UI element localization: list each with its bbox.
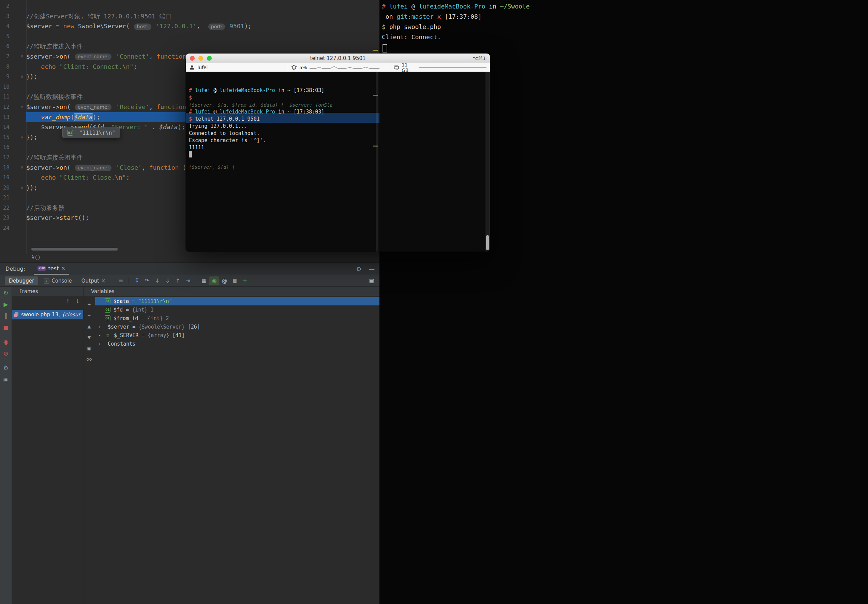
step-into-icon[interactable]: ↓	[152, 276, 162, 285]
code-line[interactable]: 2	[0, 1, 380, 11]
watches-list-icon[interactable]: ≣	[229, 276, 240, 285]
cpu-sparkline	[310, 65, 380, 70]
fold-marker-icon[interactable]: ∧	[9, 132, 26, 142]
mute-breakpoints-icon[interactable]: ⊘	[0, 348, 12, 359]
fold-marker-icon[interactable]: ∧	[9, 71, 26, 82]
move-watch-down-icon[interactable]: ▼	[84, 333, 95, 341]
hide-panel-icon[interactable]: —	[369, 266, 375, 273]
variables-panel: Variables +−▲▼▣oo 01$data = "11111\r\n"0…	[84, 287, 380, 604]
debugger-settings-icon[interactable]: ⚙	[0, 363, 12, 373]
gutter-space	[9, 152, 26, 163]
fold-marker-icon[interactable]: ∨	[9, 102, 26, 112]
view-as-table-icon[interactable]: ▦	[199, 276, 209, 285]
tab-output[interactable]: Output ×	[78, 276, 110, 285]
code-line[interactable]: 3//创建Server对象, 监听 127.0.0.1:9501 端口	[0, 11, 380, 22]
status-cpu-label: 5%	[299, 65, 307, 70]
expand-chevron-icon[interactable]: ▸	[99, 342, 105, 346]
memory-sparkline	[418, 65, 487, 70]
settings-gear-icon[interactable]: ⚙	[356, 266, 361, 273]
telnet-titlebar[interactable]: telnet 127.0.0.1 9501 ⌥⌘1	[186, 54, 490, 63]
terminal-line: on git:master x [17:37:08]	[382, 12, 868, 22]
gutter-space	[9, 21, 26, 31]
move-watch-up-icon[interactable]: ▲	[84, 322, 95, 330]
telnet-terminal-window[interactable]: telnet 127.0.0.1 9501 ⌥⌘1 lufei 5% 11 GB	[186, 54, 490, 252]
step-over-icon[interactable]: ↷	[142, 276, 152, 285]
pause-program-icon[interactable]: ‖	[0, 311, 12, 321]
variable-row[interactable]: 01$data = "11111\r\n"	[95, 297, 380, 305]
window-title: telnet 127.0.0.1 9501	[186, 54, 490, 63]
line-number: 8	[0, 62, 9, 72]
force-step-into-icon[interactable]: ⇓	[162, 276, 172, 285]
stop-icon[interactable]: ■	[0, 322, 12, 333]
variable-name: $data	[113, 298, 129, 304]
next-frame-icon[interactable]: ↓	[75, 298, 80, 304]
editor-bleedthrough-line: ($server, $fd) {	[189, 164, 235, 170]
session-tab-label: test	[48, 265, 59, 272]
code-line[interactable]: 5	[0, 31, 380, 42]
user-icon	[189, 65, 195, 70]
variable-value: "11111\r\n"	[138, 298, 172, 304]
variable-row[interactable]: 01$fd = {int} 1	[95, 305, 380, 314]
variable-value: 1	[150, 307, 153, 313]
variable-type: {int}	[132, 307, 150, 313]
tab-debugger[interactable]: Debugger	[5, 276, 38, 285]
add-watch-icon[interactable]: +	[240, 276, 250, 285]
line-number: 6	[0, 41, 9, 51]
line-number: 20	[0, 183, 9, 193]
debug-step-toolbar: ≡↧↷↓⇓↑⇥▦◉@≣+	[116, 276, 250, 285]
variable-row[interactable]: ▸Constants	[95, 339, 380, 348]
remove-watch-icon[interactable]: −	[84, 311, 95, 319]
step-out-icon[interactable]: ↑	[172, 276, 183, 285]
pin-tab-icon[interactable]: ▣	[0, 374, 12, 384]
terminal-content[interactable]: # lufei @ lufeideMacBook-Pro in ~ [17:38…	[186, 72, 490, 252]
close-session-icon[interactable]: ×	[61, 265, 65, 271]
gutter-space	[9, 122, 26, 132]
duplicate-watch-icon[interactable]: ▣	[84, 344, 95, 352]
debug-session-tab[interactable]: PHP test ×	[34, 263, 69, 275]
stack-frame-row[interactable]: swoole.php:13, {closur	[12, 310, 83, 319]
line-number: 3	[0, 11, 9, 22]
telnet-scrollbar[interactable]	[485, 72, 490, 252]
fold-marker-icon[interactable]: ∨	[9, 163, 26, 173]
show-watches-icon[interactable]: oo	[84, 355, 95, 363]
new-watch-icon[interactable]: +	[84, 300, 95, 308]
fold-marker-icon[interactable]: ∨	[9, 51, 26, 62]
variable-row[interactable]: ▸≣$_SERVER = {array} [41]	[95, 331, 380, 339]
equals-sign: =	[129, 298, 138, 304]
line-number: 22	[0, 203, 9, 213]
editor-scrollbar-bleedthrough	[376, 72, 378, 252]
evaluate-expression-icon[interactable]: @	[219, 276, 229, 285]
rerun-icon[interactable]: ↻	[0, 288, 12, 298]
variable-row[interactable]: ▸$server = {Swoole\Server} [26]	[95, 322, 380, 331]
gutter-space	[9, 193, 26, 203]
tab-console[interactable]: ▸ Console	[40, 276, 76, 285]
auto-variables-mode-icon[interactable]: ◉	[209, 276, 219, 285]
expand-chevron-icon[interactable]: ▸	[99, 325, 105, 329]
telnet-scrollbar-thumb[interactable]	[486, 235, 489, 250]
gutter-space	[9, 41, 26, 51]
resume-program-icon[interactable]: ▶	[0, 299, 12, 310]
previous-frame-icon[interactable]: ↑	[66, 298, 70, 304]
line-number: 23	[0, 213, 9, 223]
fold-marker-icon[interactable]: ∧	[9, 183, 26, 193]
close-output-icon[interactable]: ×	[101, 276, 106, 285]
editor-hscrollbar-thumb[interactable]	[31, 248, 118, 251]
tooltip-value: "11111\r\n"	[79, 130, 115, 136]
breadcrumb[interactable]: λ()	[31, 254, 40, 260]
status-memory-label: 11 GB	[401, 62, 416, 73]
frames-panel: Frames ↑↓ swoole.php:13, {closur	[12, 287, 84, 604]
run-to-cursor-icon[interactable]: ⇥	[183, 276, 193, 285]
code-line[interactable]: 6//监听连接进入事件	[0, 41, 380, 51]
debug-panel-header: Debug: PHP test × ⚙—	[0, 263, 380, 275]
restore-layout-icon[interactable]: ▣	[366, 276, 377, 285]
expand-chevron-icon[interactable]: ▸	[99, 333, 105, 338]
view-breakpoints-icon[interactable]: ◉	[0, 337, 12, 347]
variable-name: $from_id	[113, 315, 138, 321]
array-icon: ≣	[105, 332, 111, 338]
line-number: 16	[0, 142, 9, 152]
show-execution-point-icon[interactable]: ↧	[132, 276, 142, 285]
code-line[interactable]: 4$server = new Swoole\Server( host: '127…	[0, 21, 380, 31]
variable-row[interactable]: 01$from_id = {int} 2	[95, 314, 380, 322]
toolbar-separator	[129, 277, 129, 284]
view-options-icon[interactable]: ≡	[116, 276, 126, 285]
